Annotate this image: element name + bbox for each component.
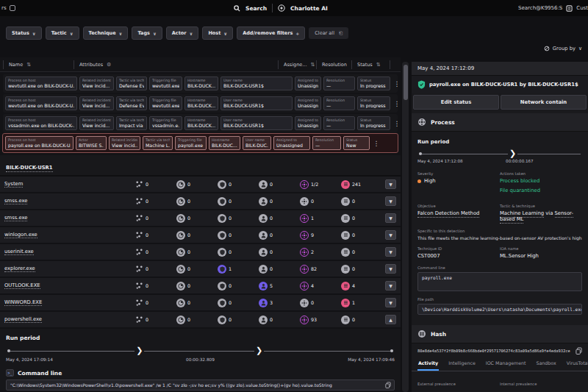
filter-button-technique[interactable]: Technique∨ bbox=[83, 26, 129, 40]
charlotte-ai-button[interactable]: Charlotte AI bbox=[290, 5, 328, 12]
account-label[interactable]: Search@K9956:S bbox=[518, 5, 562, 11]
process-name-link[interactable]: System bbox=[4, 181, 23, 188]
cell-value[interactable]: View incid... bbox=[82, 103, 111, 108]
column-assigned[interactable]: Assigne... ⇅ bbox=[278, 60, 316, 69]
file-path-value[interactable]: \Device\HarddiskVolume2\Users\natasha\Do… bbox=[417, 304, 582, 315]
process-name-link[interactable]: smss.exe bbox=[4, 198, 27, 204]
events-badge-icon bbox=[341, 197, 350, 206]
sort-icon[interactable]: ⇅ bbox=[376, 62, 381, 68]
tab-activity[interactable]: Activity bbox=[417, 357, 439, 371]
ioa-name-value: ML.Sensor High bbox=[500, 253, 582, 259]
topbar-right-partial[interactable]: Cust bbox=[576, 5, 588, 11]
process-name-link[interactable]: smss.exe bbox=[4, 215, 27, 221]
process-name-link[interactable]: winlogon.exe bbox=[4, 232, 37, 238]
network-contain-button[interactable]: Network contain bbox=[501, 95, 587, 110]
timeline-start-dot bbox=[7, 349, 10, 352]
kebab-menu-icon[interactable]: ⋮ bbox=[392, 96, 401, 110]
collapse-button[interactable]: ▲ bbox=[385, 315, 396, 324]
table-row[interactable]: Process on hostvssadmin.exe on BILK-DUCK… bbox=[3, 114, 398, 132]
rp-run-timeline[interactable]: ❯ bbox=[419, 150, 581, 157]
kebab-menu-icon[interactable]: ⋮ bbox=[392, 76, 401, 90]
cell-label: Triggering file bbox=[152, 118, 179, 122]
cell-value[interactable]: View incid... bbox=[112, 143, 137, 148]
hash-section-title: Hash bbox=[431, 331, 446, 338]
sort-icon[interactable]: ⇅ bbox=[26, 62, 31, 68]
cell-value: BILK-DUCK... bbox=[187, 83, 215, 88]
host-monitor-icon[interactable] bbox=[566, 5, 573, 12]
clear-all-button[interactable]: Clear all⎗ bbox=[309, 27, 348, 39]
charlotte-ai-icon bbox=[278, 4, 285, 12]
process-name-link[interactable]: OUTLOOK.EXE bbox=[4, 282, 40, 289]
virus-badge-icon bbox=[300, 180, 309, 189]
column-status[interactable]: Status ⇅ bbox=[351, 60, 390, 69]
copy-icon[interactable] bbox=[576, 347, 582, 354]
expand-button[interactable]: ▼ bbox=[385, 179, 396, 189]
badge-count: 0 bbox=[270, 182, 273, 187]
gear-icon[interactable]: ⚙ bbox=[107, 62, 111, 68]
group-by-label: Group by bbox=[553, 46, 576, 51]
vertical-scrollbar[interactable] bbox=[402, 62, 409, 392]
table-row[interactable]: Process on hostpayroll.exe on BILK-DUCK-… bbox=[3, 134, 398, 152]
filter-button-status[interactable]: Status∨ bbox=[6, 26, 42, 40]
tab-sandbox[interactable]: Sandbox bbox=[536, 357, 557, 371]
column-attributes[interactable]: Attributes ⚙ bbox=[74, 60, 278, 69]
column-resolution[interactable]: Resolution bbox=[316, 60, 351, 69]
cell-value[interactable]: View incid... bbox=[82, 123, 111, 128]
add-remove-filters-button[interactable]: Add/remove filters+ bbox=[237, 26, 305, 40]
cell-hostname: HostnameBILK-DUC... bbox=[209, 136, 240, 150]
run-period-timeline[interactable]: ❯ ❯ bbox=[7, 347, 393, 356]
events-badge-icon bbox=[341, 282, 350, 291]
copy-icon[interactable] bbox=[385, 382, 391, 388]
virus-badge-icon bbox=[300, 316, 309, 324]
tab-virustotal[interactable]: VirusTotal bbox=[566, 357, 588, 371]
sort-icon[interactable]: ⇅ bbox=[310, 62, 315, 68]
person-badge-icon bbox=[259, 248, 268, 257]
host-link[interactable]: BILK-DUCK-USR1 bbox=[6, 165, 53, 172]
expand-button[interactable]: ▼ bbox=[385, 281, 396, 291]
hash-section-header[interactable]: Hash bbox=[412, 325, 588, 343]
filter-button-tags[interactable]: Tags∨ bbox=[132, 26, 162, 40]
rp-command-line-value[interactable]: payroll.exe bbox=[417, 272, 582, 291]
process-section-header[interactable]: Process bbox=[412, 113, 588, 132]
expand-button[interactable]: ▼ bbox=[385, 213, 396, 223]
expand-button[interactable]: ▼ bbox=[385, 196, 396, 206]
search-button[interactable]: Search bbox=[245, 5, 267, 12]
hash-tabs: ActivityIntelligenceIOC ManagementSandbo… bbox=[412, 357, 588, 371]
command-line-value[interactable]: "C:\Windows\System32\WindowsPowerShell\v… bbox=[6, 379, 395, 391]
expand-button[interactable]: ▼ bbox=[385, 298, 396, 307]
expand-button[interactable]: ▼ bbox=[385, 230, 396, 240]
process-name-link[interactable]: userinit.exe bbox=[4, 249, 34, 255]
badge-count: 0 bbox=[229, 199, 232, 204]
filter-button-actor[interactable]: Actor∨ bbox=[166, 26, 199, 40]
tab-intelligence[interactable]: Intelligence bbox=[448, 357, 476, 371]
prevalence-fields: External prevalence Common Internal prev… bbox=[412, 377, 588, 392]
kebab-menu-icon[interactable]: ⋮ bbox=[392, 116, 401, 130]
process-graph-icon bbox=[135, 180, 143, 188]
group-by-control[interactable]: Group by ∨ bbox=[544, 46, 582, 51]
objective-link[interactable]: Falcon Detection Method bbox=[417, 210, 479, 218]
cell-label: Process on host bbox=[8, 138, 71, 142]
filter-button-host[interactable]: Host∨ bbox=[202, 26, 233, 40]
cell-value[interactable]: View incid... bbox=[82, 83, 111, 88]
expand-button[interactable]: ▼ bbox=[385, 247, 396, 257]
hash-value[interactable]: 80e8de4a537f2f8b09b8c668bde0f29571706274… bbox=[417, 349, 573, 353]
table-row[interactable]: Process on hostwevtutil.exe on BILK-DUCK… bbox=[3, 74, 398, 93]
edit-status-button[interactable]: Edit status bbox=[413, 95, 499, 110]
filter-button-tactic[interactable]: Tactic∨ bbox=[46, 26, 79, 40]
cell-value: Unassigned bbox=[276, 143, 307, 148]
process-name-link[interactable]: WINWORD.EXE bbox=[4, 299, 42, 306]
clock-badge-icon bbox=[176, 248, 185, 257]
cell-value: Machine L... bbox=[146, 143, 170, 148]
tab-ioc-management[interactable]: IOC Management bbox=[485, 357, 527, 371]
process-name-link[interactable]: explorer.exe bbox=[4, 266, 35, 272]
clock-badge-icon bbox=[176, 180, 185, 189]
cell-value: BILK-DUCK-USR1$ bbox=[223, 103, 290, 108]
app-icon[interactable] bbox=[10, 5, 15, 11]
table-row[interactable]: Process on hostwevtutil.exe on BILK-DUCK… bbox=[3, 94, 398, 113]
process-name-link[interactable]: powershell.exe bbox=[4, 316, 42, 323]
scrollbar-thumb[interactable] bbox=[404, 65, 408, 100]
column-name[interactable]: Name ⇅ bbox=[3, 60, 74, 69]
kebab-menu-icon[interactable]: ⋮ bbox=[372, 136, 381, 150]
cell-user-name: User nameBILK-DUCK-USR1$ bbox=[220, 96, 293, 110]
expand-button[interactable]: ▼ bbox=[385, 264, 396, 274]
